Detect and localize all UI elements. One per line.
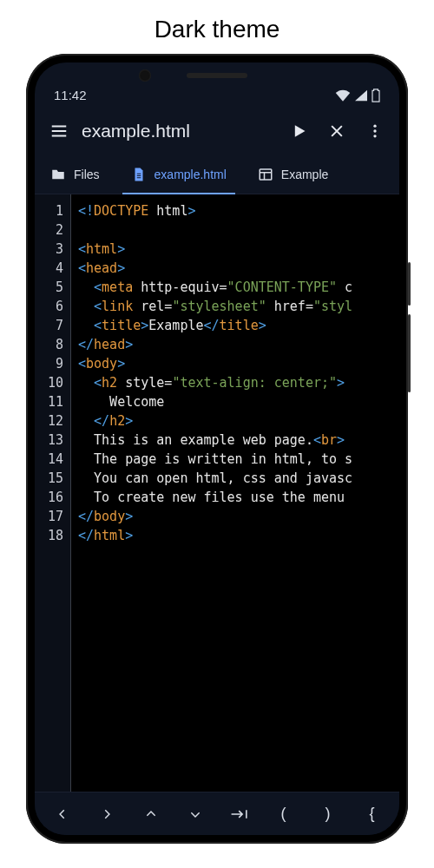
run-button[interactable] xyxy=(279,112,318,150)
tabs: Filesexample.htmlExample xyxy=(35,155,399,194)
preview-icon xyxy=(258,167,273,182)
line-number: 11 xyxy=(35,392,63,411)
line-number: 15 xyxy=(35,469,63,488)
close-button[interactable] xyxy=(318,112,356,150)
more-vert-icon xyxy=(366,122,384,140)
folder-icon xyxy=(50,167,66,182)
tab-label: example.html xyxy=(155,168,227,181)
symbol-toolbar: (){ xyxy=(35,792,399,835)
code-line[interactable] xyxy=(78,220,399,240)
signal-icon xyxy=(354,89,368,102)
key-up[interactable] xyxy=(128,798,173,831)
line-gutter: 123456789101112131415161718 xyxy=(35,194,71,792)
file-icon xyxy=(131,167,147,182)
code-line[interactable]: Welcome xyxy=(78,392,399,411)
status-time: 11:42 xyxy=(54,88,87,102)
page-caption: Dark theme xyxy=(155,16,280,43)
key-tab[interactable] xyxy=(217,798,261,831)
code-line[interactable]: </html> xyxy=(78,526,399,545)
code-line[interactable]: <head> xyxy=(78,259,399,278)
line-number: 6 xyxy=(35,297,63,316)
line-number: 17 xyxy=(35,507,63,526)
code-line[interactable]: <link rel="stylesheet" href="styl xyxy=(78,297,399,316)
svg-point-1 xyxy=(373,129,376,132)
phone-screen: 11:42 example.html Filesexample.htmlExam xyxy=(35,62,399,835)
key-down[interactable] xyxy=(173,798,217,831)
line-number: 12 xyxy=(35,411,63,431)
status-icons xyxy=(335,89,380,102)
code-line[interactable]: </body> xyxy=(78,507,399,526)
line-number: 9 xyxy=(35,354,63,373)
code-line[interactable]: </head> xyxy=(78,335,399,354)
app-title: example.html xyxy=(78,121,279,141)
phone-side-button xyxy=(408,262,411,306)
line-number: 13 xyxy=(35,431,63,450)
line-number: 1 xyxy=(35,201,63,220)
svg-rect-3 xyxy=(260,169,272,180)
line-number: 10 xyxy=(35,373,63,392)
line-number: 5 xyxy=(35,278,63,297)
phone-speaker xyxy=(187,73,247,78)
phone-frame: 11:42 example.html Filesexample.htmlExam xyxy=(26,54,408,844)
key-lbrace[interactable]: { xyxy=(350,798,394,831)
code-line[interactable]: <h2 style="text-align: center;"> xyxy=(78,373,399,392)
code-line[interactable]: <body> xyxy=(78,354,399,373)
line-number: 3 xyxy=(35,240,63,259)
tab-label: Example xyxy=(281,168,328,181)
code-line[interactable]: </h2> xyxy=(78,411,399,431)
code-line[interactable]: <!DOCTYPE html> xyxy=(78,201,399,220)
code-line[interactable]: <meta http-equiv="CONTENT-TYPE" c xyxy=(78,278,399,297)
line-number: 18 xyxy=(35,526,63,545)
key-lparen[interactable]: ( xyxy=(261,798,306,831)
menu-button[interactable] xyxy=(40,112,78,150)
code-line[interactable]: <title>Example</title> xyxy=(78,316,399,335)
line-number: 2 xyxy=(35,220,63,240)
svg-point-2 xyxy=(373,135,376,137)
tab-label: Files xyxy=(74,168,100,181)
code-line[interactable]: This is an example web page.<br> xyxy=(78,431,399,450)
app-bar: example.html xyxy=(35,108,399,155)
line-number: 7 xyxy=(35,316,63,335)
phone-camera xyxy=(139,69,151,82)
svg-point-0 xyxy=(373,125,376,128)
play-icon xyxy=(290,122,307,140)
code-editor[interactable]: 123456789101112131415161718 <!DOCTYPE ht… xyxy=(35,194,399,792)
key-rparen[interactable]: ) xyxy=(306,798,350,831)
line-number: 4 xyxy=(35,259,63,278)
code-line[interactable]: The page is written in html, to s xyxy=(78,450,399,469)
wifi-icon xyxy=(335,89,351,102)
menu-icon xyxy=(49,122,69,141)
tab-preview[interactable]: Example xyxy=(242,155,344,194)
code-line[interactable]: <html> xyxy=(78,240,399,259)
key-left[interactable] xyxy=(40,798,84,831)
code-area[interactable]: <!DOCTYPE html><html><head> <meta http-e… xyxy=(71,194,399,792)
status-bar: 11:42 xyxy=(35,62,399,108)
line-number: 14 xyxy=(35,450,63,469)
code-line[interactable]: You can open html, css and javasc xyxy=(78,469,399,488)
battery-icon xyxy=(372,89,380,102)
phone-side-button xyxy=(408,314,411,392)
more-button[interactable] xyxy=(356,112,394,150)
tab-example[interactable]: example.html xyxy=(115,155,242,194)
code-line[interactable]: To create new files use the menu xyxy=(78,488,399,507)
close-icon xyxy=(328,122,345,140)
line-number: 16 xyxy=(35,488,63,507)
tab-files[interactable]: Files xyxy=(35,155,115,194)
line-number: 8 xyxy=(35,335,63,354)
key-right[interactable] xyxy=(84,798,128,831)
